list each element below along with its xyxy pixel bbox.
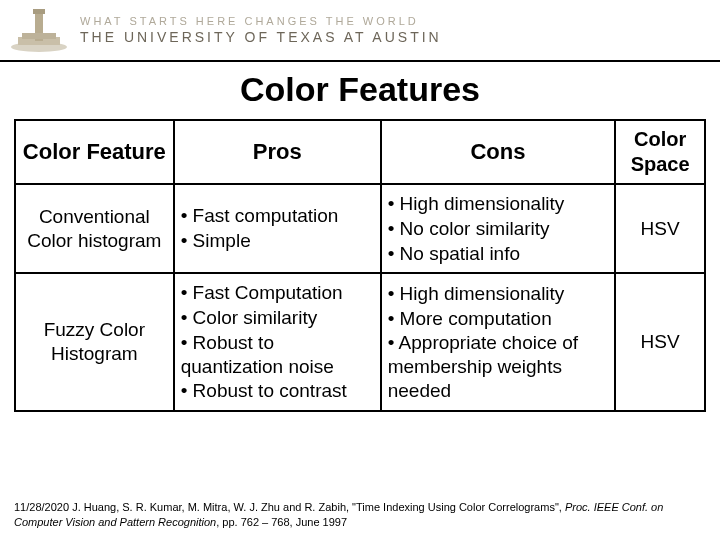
table-row: Conventional Color histogram • Fast comp… xyxy=(15,184,705,273)
tagline: WHAT STARTS HERE CHANGES THE WORLD xyxy=(80,15,442,27)
bullet: • Fast computation xyxy=(181,204,374,228)
bullet: • Fast Computation xyxy=(181,281,374,305)
features-table: Color Feature Pros Cons Color Space Conv… xyxy=(14,119,706,412)
cell-cons: • High dimensionality • No color similar… xyxy=(381,184,616,273)
cell-space: HSV xyxy=(615,273,705,411)
ut-tower-logo xyxy=(8,7,70,53)
bullet: • Robust to contrast xyxy=(181,379,374,403)
cell-cons: • High dimensionality • More computation… xyxy=(381,273,616,411)
cell-pros: • Fast computation • Simple xyxy=(174,184,381,273)
slide-header: WHAT STARTS HERE CHANGES THE WORLD THE U… xyxy=(0,0,720,62)
footer-ref-authors: J. Huang, S. R. Kumar, M. Mitra, W. J. Z… xyxy=(72,501,565,513)
th-space: Color Space xyxy=(615,120,705,184)
university-name: THE UNIVERSITY OF TEXAS AT AUSTIN xyxy=(80,29,442,45)
th-cons: Cons xyxy=(381,120,616,184)
slide-footer: 11/28/2020 J. Huang, S. R. Kumar, M. Mit… xyxy=(14,500,706,530)
bullet: • High dimensionality xyxy=(388,282,609,306)
bullet: • No spatial info xyxy=(388,242,609,266)
footer-ref-pages: , pp. 762 – 768, June 1997 xyxy=(216,516,347,528)
svg-rect-3 xyxy=(33,9,45,14)
bullet: • High dimensionality xyxy=(388,192,609,216)
footer-date: 11/28/2020 xyxy=(14,501,69,513)
bullet: • Robust to quantization noise xyxy=(181,331,374,379)
svg-rect-4 xyxy=(22,33,56,39)
table-header-row: Color Feature Pros Cons Color Space xyxy=(15,120,705,184)
slide-title: Color Features xyxy=(14,70,706,109)
slide-content: Color Features Color Feature Pros Cons C… xyxy=(0,62,720,412)
cell-feature: Fuzzy Color Histogram xyxy=(15,273,174,411)
cell-pros: • Fast Computation • Color similarity • … xyxy=(174,273,381,411)
th-pros: Pros xyxy=(174,120,381,184)
bullet: • No color similarity xyxy=(388,217,609,241)
th-feature: Color Feature xyxy=(15,120,174,184)
bullet: • Color similarity xyxy=(181,306,374,330)
bullet: • More computation xyxy=(388,307,609,331)
bullet: • Appropriate choice of membership weigh… xyxy=(388,331,609,402)
table-row: Fuzzy Color Histogram • Fast Computation… xyxy=(15,273,705,411)
cell-feature: Conventional Color histogram xyxy=(15,184,174,273)
header-text: WHAT STARTS HERE CHANGES THE WORLD THE U… xyxy=(80,15,442,45)
cell-space: HSV xyxy=(615,184,705,273)
bullet: • Simple xyxy=(181,229,374,253)
